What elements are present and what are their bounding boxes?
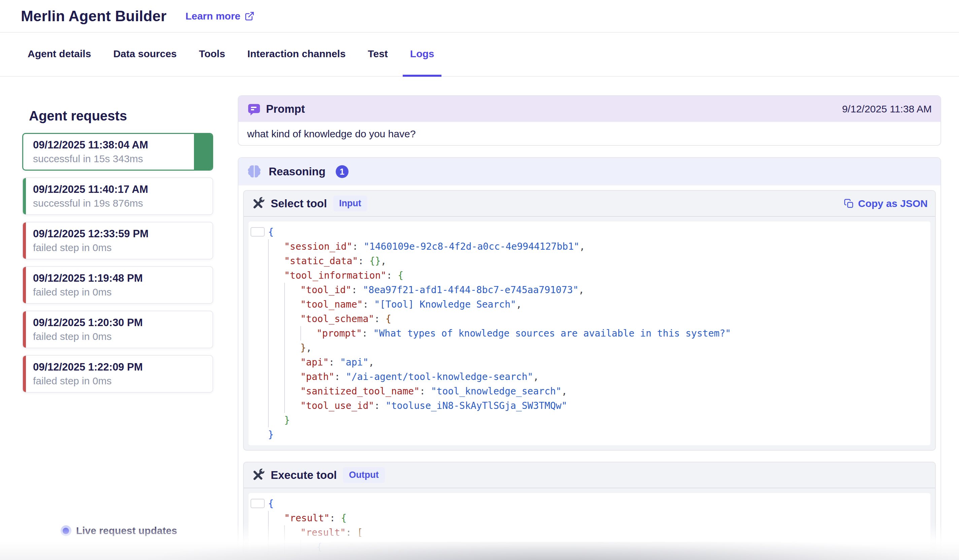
code-line: "session_id": "1460109e-92c8-4f2d-a0cc-4… <box>249 239 924 254</box>
request-timestamp: 09/12/2025 11:40:17 AM <box>33 183 204 196</box>
request-card[interactable]: 09/12/2025 1:20:30 PMfailed step in 0ms <box>22 310 213 348</box>
code-line: { <box>249 225 924 239</box>
code-token: "tool_schema" <box>300 313 374 325</box>
code-line: } <box>249 427 924 442</box>
brain-icon <box>247 165 262 179</box>
selected-indicator <box>194 134 212 170</box>
request-status: successful in 15s 343ms <box>33 153 204 165</box>
output-tag: Output <box>343 467 384 483</box>
code-token: } <box>268 429 274 440</box>
code-token: } <box>284 415 290 426</box>
select-tool-header: Select tool Input Copy as JSON <box>244 191 935 217</box>
code-token: { <box>268 498 274 509</box>
code-token: } <box>300 342 306 353</box>
step-execute-tool: Execute tool Output {"result": {"result"… <box>243 462 936 560</box>
code-token: "8ea97f21-afd1-4f44-8bc7-e745aa791073" <box>363 285 578 296</box>
indent-guide <box>268 268 269 283</box>
code-token: { <box>341 512 347 523</box>
copy-as-json-button[interactable]: Copy as JSON <box>844 198 928 209</box>
copy-icon <box>844 199 854 208</box>
request-status: failed step in 0ms <box>33 286 204 298</box>
indent-guide <box>284 283 285 297</box>
indent-guide <box>268 340 269 355</box>
request-timestamp: 09/12/2025 1:19:48 PM <box>33 272 204 285</box>
tab-tools[interactable]: Tools <box>191 33 233 77</box>
select-tool-title: Select tool <box>271 197 327 210</box>
request-card[interactable]: 09/12/2025 1:19:48 PMfailed step in 0ms <box>22 266 213 304</box>
live-request-updates[interactable]: Live request updates <box>0 525 238 536</box>
reasoning-panel: Reasoning 1 <box>238 157 941 560</box>
prompt-timestamp: 9/12/2025 11:38 AM <box>842 103 932 115</box>
request-status-bar <box>23 178 26 215</box>
code-line: "tool_use_id": "tooluse_iN8-SkAyTlSGja_S… <box>249 398 924 413</box>
code-token: "1460109e-92c8-4f2d-a0cc-4e9944127bb1" <box>364 241 580 252</box>
indent-guide <box>268 413 269 427</box>
tools-icon <box>251 197 264 210</box>
code-token: : <box>419 386 431 397</box>
request-card[interactable]: 09/12/2025 1:22:09 PMfailed step in 0ms <box>22 355 213 393</box>
request-status-bar <box>23 311 26 348</box>
code-token: , <box>533 371 539 382</box>
code-token: "result" <box>300 527 346 538</box>
tab-interaction-channels[interactable]: Interaction channels <box>240 33 353 77</box>
code-token: "tool_name" <box>300 299 363 310</box>
request-list: 09/12/2025 11:38:04 AMsuccessful in 15s … <box>22 133 213 393</box>
indent-guide <box>284 369 285 384</box>
code-line: }, <box>249 340 924 355</box>
code-line: "path": "/ai-agent/tool-knowledge-search… <box>249 369 924 384</box>
indent-guide <box>268 398 269 413</box>
fold-toggle[interactable] <box>250 499 264 508</box>
indent-guide <box>300 540 301 554</box>
prompt-header: Prompt 9/12/2025 11:38 AM <box>238 96 940 122</box>
execute-tool-title: Execute tool <box>271 469 337 482</box>
request-timestamp: 09/12/2025 1:20:30 PM <box>33 317 204 329</box>
request-timestamp: 09/12/2025 11:38:04 AM <box>33 139 204 151</box>
indent-guide <box>268 540 269 554</box>
tab-data-sources[interactable]: Data sources <box>106 33 184 77</box>
code-token: "api" <box>340 357 368 368</box>
request-status: failed step in 0ms <box>33 375 204 387</box>
tab-logs[interactable]: Logs <box>403 33 442 77</box>
app-header: Merlin Agent Builder Learn more <box>0 0 959 33</box>
agent-requests-title: Agent requests <box>29 108 238 124</box>
fold-toggle[interactable] <box>250 227 264 237</box>
indent-guide <box>284 326 285 340</box>
code-token: "tooluse_iN8-SkAyTlSGja_SW3TMQw" <box>386 400 567 411</box>
tab-agent-details[interactable]: Agent details <box>20 33 98 77</box>
code-token: { <box>386 313 391 325</box>
request-card[interactable]: 09/12/2025 11:40:17 AMsuccessful in 19s … <box>22 177 213 215</box>
code-token: : <box>352 241 364 252</box>
step-select-tool: Select tool Input Copy as JSON {"session… <box>243 190 936 450</box>
code-token: "session_id" <box>284 241 352 252</box>
indent-guide <box>268 525 269 540</box>
external-link-icon <box>244 11 255 21</box>
code-token: "sanitized_tool_name" <box>300 386 419 397</box>
indent-guide <box>268 511 269 525</box>
code-line: "prompt": "What types of knowledge sourc… <box>249 326 924 340</box>
code-token: : <box>335 371 346 382</box>
indent-guide <box>268 283 269 297</box>
request-status-bar <box>23 356 26 392</box>
input-tag: Input <box>333 196 367 212</box>
tab-test[interactable]: Test <box>360 33 395 77</box>
request-card[interactable]: 09/12/2025 12:33:59 PMfailed step in 0ms <box>22 222 213 259</box>
request-card[interactable]: 09/12/2025 11:38:04 AMsuccessful in 15s … <box>22 133 213 170</box>
code-token: { <box>268 226 274 238</box>
code-token: "path" <box>300 371 335 382</box>
learn-more-link[interactable]: Learn more <box>186 10 255 22</box>
copy-as-json-label: Copy as JSON <box>858 198 928 209</box>
live-radio-dot-icon <box>61 525 72 536</box>
execute-tool-json: {"result": {"result": [{ <box>249 493 930 558</box>
request-status: failed step in 0ms <box>33 242 204 253</box>
code-token: : <box>386 270 398 281</box>
code-token: : <box>362 328 373 339</box>
code-token: "tool_information" <box>284 270 386 281</box>
indent-guide <box>284 540 285 554</box>
execute-tool-header: Execute tool Output <box>244 462 935 488</box>
code-token: "/ai-agent/tool-knowledge-search" <box>346 371 533 382</box>
indent-guide <box>268 384 269 398</box>
code-token: , <box>578 285 584 296</box>
prompt-title: Prompt <box>266 103 305 115</box>
code-token: "result" <box>284 512 330 523</box>
code-token: [ <box>357 527 363 538</box>
